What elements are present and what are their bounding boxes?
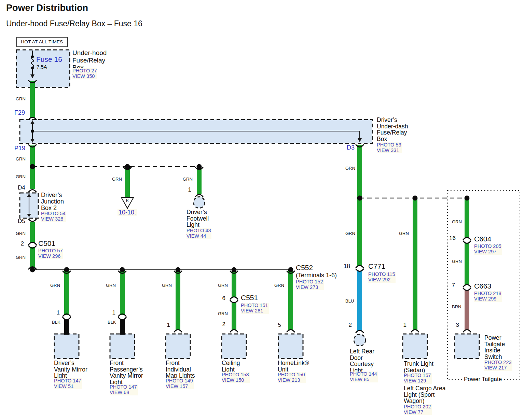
map-lights-ref-link[interactable]: PHOTO 149 VIEW 157 [166, 378, 194, 389]
tailgate-switch-ref-link[interactable]: PHOTO 223 VIEW 217 [484, 360, 512, 371]
connector-cup-c604 [463, 241, 471, 243]
footwell-pin: 1 [181, 186, 191, 193]
splice-dot [413, 196, 418, 201]
k-arrow-letter: K [125, 198, 130, 203]
junction-box-ref-link[interactable]: PHOTO 54 VIEW 328 [41, 211, 66, 222]
wire-color-label: GRN [452, 259, 462, 264]
map-lights-pin: 1 [160, 322, 170, 328]
connector-c604-label: C604 [474, 235, 491, 243]
trunk-pin: 1 [396, 322, 406, 328]
c501-pin: 2 [14, 240, 24, 247]
wire-blk-passenger-vanity [120, 319, 125, 335]
hot-at-all-times-box: HOT AT ALL TIMES [16, 37, 68, 47]
terminal-d5: D5 [18, 218, 25, 225]
driver-vanity-light-box [54, 334, 79, 359]
fuse-node-dot [31, 55, 34, 58]
homelink-name: HomeLink® Unit [278, 360, 309, 373]
homelink-pin: 5 [271, 322, 281, 328]
wire-grn-trunk [413, 199, 417, 330]
tailgate-switch-box [455, 334, 479, 359]
connector-cup [63, 318, 70, 320]
connector-cup [463, 330, 471, 332]
passenger-vanity-pin: 1 [105, 309, 115, 316]
driver-vanity-name: Driver’s Vanity Mirror Light [54, 360, 87, 379]
wire-grn-tailgate-upper [465, 199, 469, 238]
c551-ref-link[interactable]: PHOTO 151 VIEW 281 [241, 303, 269, 314]
courtesy-pin: 2 [342, 322, 352, 328]
underdash-box-name: Driver’s Under-dash Fuse/Relay Box [377, 117, 408, 142]
c771-pin: 18 [340, 263, 350, 270]
c604-ref-link[interactable]: PHOTO 205 VIEW 297 [474, 244, 502, 255]
connector-cup [29, 190, 36, 192]
homelink-ref-link[interactable]: PHOTO 150 VIEW 213 [278, 372, 306, 383]
wire-color-label: BLK [52, 320, 60, 325]
internal-junction-dot [31, 129, 34, 133]
wire-color-label: GRN [16, 231, 26, 236]
wire-grn-homelink [288, 271, 293, 330]
passenger-vanity-ref-link[interactable]: PHOTO 147 VIEW 68 [110, 384, 138, 395]
wire-color-label: GRN [50, 283, 60, 288]
c663-ref-link[interactable]: PHOTO 218 VIEW 299 [474, 291, 502, 302]
off-page-reference-link[interactable]: 10-10. [118, 209, 137, 216]
wire-color-label: GRN [16, 255, 26, 260]
courtesy-light-name: Left Rear Door Courtesy Light [350, 348, 374, 374]
wire-brn-tailgate [465, 290, 469, 330]
wire-color-label: GRN [16, 156, 26, 162]
connector-cup [356, 331, 363, 333]
connector-cup [174, 330, 182, 332]
c552-ref-link[interactable]: PHOTO 152 VIEW 273 [296, 279, 324, 290]
connector-cup-c551 [230, 297, 238, 299]
ceiling-pin: 2 [215, 321, 225, 328]
terminal-d4: D4 [18, 184, 25, 191]
splice-dot [30, 164, 35, 169]
wire-color-label: GRN [274, 283, 284, 288]
wire-grn-d3-lower [357, 198, 362, 266]
fuse-16-label[interactable]: Fuse 16 [36, 55, 62, 64]
tailgate-switch-name: Power Tailgate Inside Switch [484, 335, 505, 360]
footwell-light-name: Driver’s Footwell Light [187, 209, 209, 228]
c771-ref-link[interactable]: PHOTO 115 VIEW 292 [368, 272, 396, 283]
connector-c771-label: C771 [368, 262, 385, 270]
connector-c552-label: C552 [296, 264, 313, 272]
trunk-ref-link[interactable]: PHOTO 157 VIEW 129 [404, 373, 432, 384]
wire-color-label: GRN [452, 219, 462, 224]
c604-pin: 16 [444, 235, 456, 242]
connector-cup-c604 [463, 238, 471, 240]
wire-color-label: GRN [162, 283, 172, 288]
wire-color-label: GRN [16, 174, 26, 179]
connector-cup [119, 314, 126, 317]
courtesy-ref-link[interactable]: PHOTO 144 VIEW 85 [350, 372, 378, 382]
wiring-diagram-page: Power Distribution Under-hood Fuse/Relay… [0, 0, 524, 420]
underdash-box-ref-link[interactable]: PHOTO 53 VIEW 331 [377, 142, 402, 153]
c552-terminals-label: (Terminals 1-6) [296, 272, 337, 279]
wire-blk-driver-vanity [64, 319, 69, 335]
splice-dot [357, 196, 362, 201]
wire-color-label: GRN [16, 96, 26, 101]
wire-color-label: GRN [106, 283, 116, 288]
ceiling-ref-link[interactable]: PHOTO 153 VIEW 150 [222, 372, 250, 383]
splice-dot [465, 196, 470, 201]
passenger-vanity-light-box [110, 334, 135, 359]
wire-grn-passenger-vanity [120, 271, 125, 315]
switch-pin: 3 [449, 322, 459, 328]
wire-grn-driver-vanity [64, 271, 69, 315]
map-lights-name: Front Individual Map Lights [166, 360, 195, 379]
fuse-rating: 7.5A [37, 64, 47, 70]
connector-c551-label: C551 [241, 294, 258, 302]
c663-pin: 7 [445, 282, 455, 289]
wire-grn-d5-to-c501 [30, 222, 35, 242]
map-lights-box [166, 334, 190, 359]
wire-color-label: GRN [345, 231, 355, 236]
connector-cup-c771 [356, 266, 363, 268]
connector-cup-c501 [29, 242, 36, 245]
page-subtitle: Under-hood Fuse/Relay Box – Fuse 16 [6, 19, 142, 28]
ceiling-light-name: Ceiling Light [222, 360, 240, 373]
underhood-box-ref-link[interactable]: PHOTO 27 VIEW 350 [72, 68, 97, 79]
driver-vanity-pin: 1 [50, 309, 60, 316]
c501-ref-link[interactable]: PHOTO 57 VIEW 296 [38, 248, 63, 259]
cargo-ref-link[interactable]: PHOTO 202 VIEW 77 [404, 404, 432, 415]
terminal-f29: F29 [14, 109, 25, 116]
driver-vanity-ref-link[interactable]: PHOTO 147 VIEW 51 [54, 378, 82, 389]
footwell-ref-link[interactable]: PHOTO 43 VIEW 44 [187, 228, 211, 239]
wire-grn-tailgate-mid [465, 243, 469, 285]
